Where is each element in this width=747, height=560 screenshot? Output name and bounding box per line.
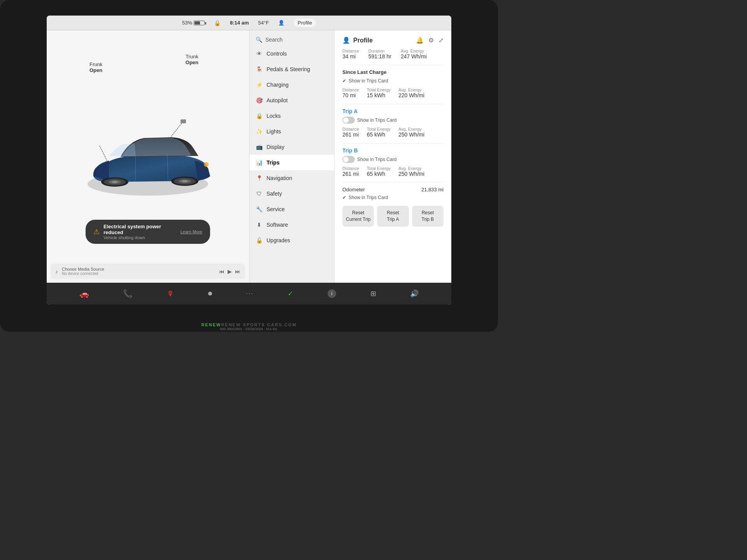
- divider-1: [342, 65, 444, 65]
- service-label: Service: [267, 206, 285, 212]
- taskbar-check[interactable]: ✓: [283, 287, 298, 300]
- taskbar-volume[interactable]: 🔊: [405, 287, 423, 300]
- svg-point-6: [112, 181, 118, 183]
- bell-icon: 🔔: [416, 37, 424, 44]
- trip-b-avg-energy: Avg. Energy 250 Wh/mi: [398, 166, 424, 177]
- expand-icon: ⤢: [438, 37, 444, 44]
- alert-banner: ⚠ Electrical system power reduced Vehicl…: [86, 220, 210, 244]
- alert-subtitle: Vehicle shutting down: [103, 235, 177, 240]
- search-icon: 🔍: [256, 37, 262, 43]
- trip-b-stats: Distance 261 mi Total Energy 65 kWh Avg.…: [342, 166, 444, 177]
- pedals-label: Pedals & Steering: [267, 66, 310, 72]
- divider-3: [342, 143, 444, 144]
- menu-item-trips[interactable]: 📊 Trips: [249, 155, 334, 170]
- software-icon: ⬇: [256, 221, 263, 228]
- charging-label: Charging: [267, 82, 289, 88]
- menu-item-software[interactable]: ⬇ Software: [249, 217, 334, 233]
- battery-section: 53%: [182, 20, 205, 26]
- more-icon: ···: [246, 290, 253, 297]
- svg-line-11: [171, 122, 183, 136]
- trip-a-total-energy: Total Energy 65 kWh: [367, 127, 391, 138]
- panel-title: 👤 Profile: [342, 37, 373, 44]
- media-bar: ♪ Choose Media Source No device connecte…: [51, 264, 245, 279]
- overall-distance: Distance 34 mi: [342, 49, 359, 60]
- navigation-icon: 📍: [256, 175, 263, 182]
- software-label: Software: [267, 222, 288, 228]
- frunk-label: Frunk Open: [89, 61, 102, 73]
- volume-icon: 🔊: [410, 289, 419, 298]
- menu-item-controls[interactable]: 👁 Controls: [249, 46, 334, 61]
- slc-distance: Distance 70 mi: [342, 88, 359, 98]
- media-source[interactable]: Choose Media Source: [62, 267, 215, 271]
- search-menu-item[interactable]: 🔍 Search: [249, 33, 334, 46]
- device-frame: 53% 🔒 8:14 am 54°F 👤 Profile Frunk Open: [0, 0, 498, 332]
- reset-trip-a-button[interactable]: Reset Trip A: [377, 206, 409, 227]
- profile-button[interactable]: Profile: [294, 19, 316, 27]
- battery-percentage: 53%: [182, 20, 192, 26]
- reset-buttons: Reset Current Trip Reset Trip A Reset Tr…: [342, 206, 444, 227]
- prev-button[interactable]: ⏮: [219, 268, 224, 275]
- current-time: 8:14 am: [230, 20, 249, 26]
- menu-item-safety[interactable]: 🛡 Safety: [249, 186, 334, 201]
- safety-icon: 🛡: [256, 190, 263, 197]
- trip-a-toggle[interactable]: [342, 117, 355, 124]
- menu-item-upgrades[interactable]: 🔓 Upgrades: [249, 233, 334, 248]
- menu-item-autopilot[interactable]: 🎯 Autopilot: [249, 93, 334, 108]
- trip-b-toggle-row: Show in Trips Card: [342, 156, 444, 163]
- locks-icon: 🔒: [256, 112, 263, 119]
- taskbar-mic[interactable]: 🎙: [162, 287, 179, 300]
- taskbar-info[interactable]: i: [323, 287, 341, 300]
- taskbar-phone[interactable]: 📞: [118, 287, 137, 301]
- upgrades-label: Upgrades: [267, 237, 290, 243]
- odometer-checkbox[interactable]: ✔ Show in Trips Card: [342, 195, 444, 200]
- check-icon: ✓: [288, 289, 293, 298]
- media-status: No device connected: [62, 271, 215, 276]
- svg-point-10: [182, 180, 188, 182]
- left-panel: Frunk Open Trunk Open: [47, 30, 249, 283]
- trip-b-distance: Distance 261 mi: [342, 166, 359, 177]
- screen: 53% 🔒 8:14 am 54°F 👤 Profile Frunk Open: [47, 16, 451, 304]
- taskbar-car[interactable]: 🚗: [75, 287, 94, 301]
- profile-icon-panel: 👤: [342, 37, 350, 44]
- menu-item-lights[interactable]: ✨ Lights: [249, 124, 334, 139]
- battery-icon: [194, 21, 205, 25]
- since-last-charge-title: Since Last Charge: [342, 69, 444, 75]
- next-button[interactable]: ⏭: [235, 268, 240, 275]
- pedals-icon: 🪑: [256, 66, 263, 73]
- svg-line-15: [99, 145, 107, 161]
- menu-item-navigation[interactable]: 📍 Navigation: [249, 170, 334, 186]
- learn-more-link[interactable]: Learn More: [181, 229, 202, 234]
- display-icon: 📺: [256, 144, 263, 150]
- menu-panel: 🔍 Search 👁 Controls 🪑 Pedals & Steering …: [249, 30, 335, 283]
- warning-icon: ⚠: [93, 228, 100, 236]
- menu-item-locks[interactable]: 🔒 Locks: [249, 108, 334, 124]
- charging-icon: ⚡: [256, 81, 263, 88]
- taskbar-dot[interactable]: [203, 289, 217, 298]
- menu-item-service[interactable]: 🔧 Service: [249, 201, 334, 217]
- trip-a-distance: Distance 261 mi: [342, 127, 359, 138]
- overall-avg-energy: Avg. Energy 247 Wh/mi: [401, 49, 427, 60]
- menu-item-pedals[interactable]: 🪑 Pedals & Steering: [249, 61, 334, 77]
- trip-a-title: Trip A: [342, 108, 444, 114]
- play-button[interactable]: ▶: [228, 268, 232, 275]
- taskbar-more[interactable]: ···: [241, 288, 258, 299]
- divider-4: [342, 182, 444, 183]
- reset-current-trip-button[interactable]: Reset Current Trip: [342, 206, 374, 227]
- reset-trip-b-button[interactable]: Reset Trip B: [412, 206, 444, 227]
- taskbar-grid[interactable]: ⊞: [366, 287, 381, 300]
- trip-b-toggle[interactable]: [342, 156, 355, 163]
- menu-item-display[interactable]: 📺 Display: [249, 139, 334, 155]
- profile-label: Profile: [298, 20, 312, 26]
- phone-icon: 📞: [123, 289, 133, 298]
- header-icons: 🔔 ⚙ ⤢: [416, 37, 444, 44]
- status-bar: 53% 🔒 8:14 am 54°F 👤 Profile: [47, 16, 451, 30]
- since-last-charge-checkbox[interactable]: ✔ Show in Trips Card: [342, 78, 444, 84]
- odometer-checkmark: ✔: [342, 195, 346, 200]
- autopilot-icon: 🎯: [256, 97, 263, 104]
- navigation-label: Navigation: [267, 175, 292, 181]
- search-label: Search: [265, 37, 282, 43]
- info-icon: i: [328, 289, 336, 298]
- locks-label: Locks: [267, 113, 281, 119]
- trip-a-toggle-label: Show in Trips Card: [357, 117, 396, 123]
- menu-item-charging[interactable]: ⚡ Charging: [249, 77, 334, 93]
